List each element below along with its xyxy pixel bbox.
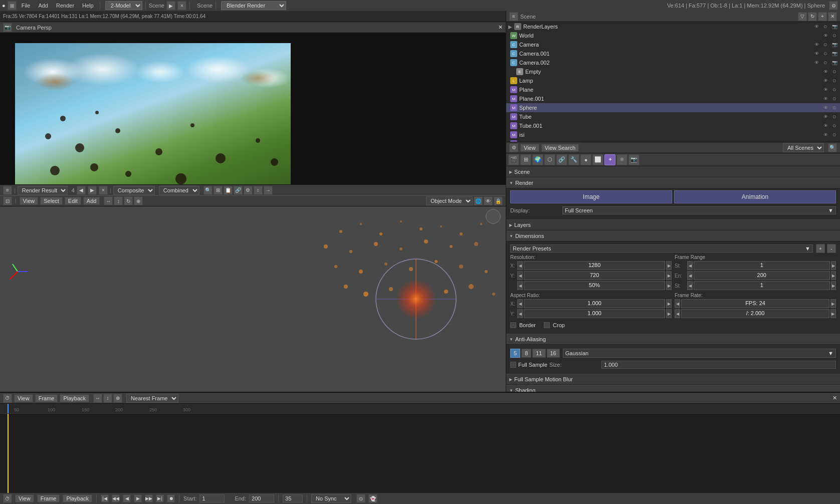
prop-renderlayers-icon[interactable]: ⊞ (520, 154, 531, 165)
ax-value[interactable]: 1.000 (524, 299, 665, 308)
start-value[interactable]: 1 (694, 261, 830, 270)
props-editor-icon[interactable]: ⚙ (509, 143, 518, 152)
lamp-vis[interactable]: 👁 (822, 77, 829, 84)
tl-tool1[interactable]: ↔ (93, 394, 102, 403)
pb-back[interactable]: ◀ (123, 494, 131, 502)
fps2-right[interactable]: ▶ (830, 309, 836, 318)
cam-sel[interactable]: ⊙ (822, 41, 829, 48)
render-opt2[interactable]: ⊞ (214, 186, 223, 195)
sph-sel[interactable]: ⊙ (831, 104, 838, 111)
tl-view-menu[interactable]: View (14, 394, 33, 402)
res-pct-value[interactable]: 50% (524, 281, 665, 290)
pln1-vis[interactable]: 👁 (822, 95, 829, 102)
sph-vis[interactable]: 👁 (822, 104, 829, 111)
aa-11[interactable]: 11 (532, 349, 545, 358)
step-value[interactable]: 1 (694, 281, 830, 290)
render-opt1[interactable]: 🔍 (203, 186, 213, 195)
pb-record[interactable]: ⏺ (167, 494, 175, 502)
end-value[interactable]: 200 (694, 271, 830, 280)
3d-view-icon[interactable]: 👁 (484, 196, 493, 205)
3d-global[interactable]: 🌐 (474, 196, 483, 205)
view-mode-selector[interactable]: 2-Model (105, 1, 142, 10)
cam-vis[interactable]: 👁 (813, 41, 820, 48)
tl-editor-icon[interactable]: ⏱ (3, 394, 12, 403)
isi-sel[interactable]: ⊙ (831, 131, 838, 138)
ax-left[interactable]: ◀ (517, 299, 523, 308)
pb-last[interactable]: ▶| (156, 494, 164, 502)
outliner-filter[interactable]: ▽ (798, 12, 807, 21)
outliner-item-plane001[interactable]: M Plane.001 👁 ⊙ (506, 94, 840, 103)
select-icon[interactable]: ⊙ (822, 23, 829, 30)
outliner-sync[interactable]: ↻ (808, 12, 817, 21)
tl-playback-menu[interactable]: Playback (60, 394, 89, 402)
menu-render[interactable]: Render (53, 2, 77, 10)
3d-add-menu[interactable]: Add (83, 197, 100, 205)
render-close-icon[interactable]: ✕ (498, 24, 503, 31)
outliner-item-tube001[interactable]: M Tube.001 👁 ⊙ (506, 121, 840, 130)
render-presets-value[interactable]: Render Presets ▼ (510, 244, 813, 253)
render-opt3[interactable]: 📋 (224, 186, 233, 195)
visibility-icon[interactable]: 👁 (813, 23, 820, 30)
slot-nav-next[interactable]: ▶ (88, 186, 97, 195)
fps-left[interactable]: ◀ (675, 299, 680, 308)
bot-keying-icon[interactable]: ⊙ (356, 494, 365, 503)
section-motion-blur[interactable]: ▶ Full Sample Motion Blur (506, 374, 840, 385)
prop-object-icon[interactable]: ⬡ (544, 154, 555, 165)
props-scenes-selector[interactable]: All Scenes (783, 143, 824, 152)
3d-tool4[interactable]: ⊕ (134, 196, 143, 205)
3d-lock-icon[interactable]: 🔒 (494, 196, 503, 205)
scene-add[interactable]: × (177, 1, 186, 10)
world-sel[interactable]: ⊙ (831, 32, 838, 39)
gaussian-selector[interactable]: Gaussian ▼ (563, 349, 836, 358)
section-render[interactable]: ▼ Render (506, 177, 840, 188)
cam-rend[interactable]: 📷 (831, 41, 838, 48)
outliner-item-camera002[interactable]: C Camera.002 👁 ⊙ 📷 (506, 58, 840, 67)
outliner-add[interactable]: + (818, 12, 827, 21)
presets-del[interactable]: - (827, 244, 836, 253)
c002-vis[interactable]: 👁 (813, 59, 820, 66)
scene-icon[interactable]: ▶ (166, 1, 175, 10)
pb-first[interactable]: |◀ (101, 494, 109, 502)
tl-tool3[interactable]: ⊕ (113, 394, 122, 403)
pb-play[interactable]: ▶ (134, 494, 142, 502)
section-aa[interactable]: ▼ Anti-Aliasing (506, 334, 840, 345)
res-x-value[interactable]: 1280 (524, 261, 665, 270)
pb-fwd[interactable]: ▶▶ (145, 494, 153, 502)
outliner-editor-icon[interactable]: ≡ (509, 12, 518, 21)
presets-add[interactable]: + (816, 244, 825, 253)
outliner-item-tube[interactable]: M Tube 👁 ⊙ (506, 112, 840, 121)
outliner-item-plane[interactable]: M Plane 👁 ⊙ (506, 85, 840, 94)
3d-select-menu[interactable]: Select (40, 197, 63, 205)
pln1-sel[interactable]: ⊙ (831, 95, 838, 102)
3d-edit-menu[interactable]: Edit (65, 197, 81, 205)
3d-object-mode[interactable]: Object Mode (426, 196, 473, 205)
ay-right[interactable]: ▶ (666, 309, 672, 318)
pln-vis[interactable]: 👁 (822, 86, 829, 93)
render-opt4[interactable]: 🔗 (234, 186, 243, 195)
size-value[interactable]: 1.000 (601, 361, 836, 369)
res-x-right[interactable]: ▶ (666, 261, 672, 270)
3d-tool3[interactable]: ↻ (124, 196, 133, 205)
menu-add[interactable]: Add (35, 2, 51, 10)
compositor-selector[interactable]: Composite (113, 186, 155, 195)
section-layers[interactable]: ▶ Layers (506, 219, 840, 230)
bot-ghost-icon[interactable]: 👻 (368, 494, 377, 503)
start-frame-input[interactable] (199, 494, 225, 502)
prop-material-icon[interactable]: ● (580, 154, 591, 165)
prop-render-icon[interactable]: 📷 (628, 154, 640, 165)
menu-help[interactable]: Help (79, 2, 97, 10)
aa-16[interactable]: 16 (547, 349, 560, 358)
fps2-left[interactable]: ◀ (675, 309, 680, 318)
outliner-item-sphere[interactable]: M Sphere 👁 ⊙ (506, 103, 840, 112)
outliner-item-lamp[interactable]: L Lamp 👁 ⊙ (506, 76, 840, 85)
res-x-left[interactable]: ◀ (517, 261, 523, 270)
res-y-value[interactable]: 720 (524, 271, 665, 280)
render-opt5[interactable]: ⚙ (244, 186, 253, 195)
info-icon[interactable]: ⚙ (829, 1, 838, 10)
outliner-item-kemuri[interactable]: M kemuri_tama 👁 ⊙ (506, 139, 840, 142)
pb-prev[interactable]: ◀◀ (112, 494, 120, 502)
props-view-menu[interactable]: View (520, 144, 539, 152)
full-sample-check[interactable] (510, 362, 516, 368)
lamp-sel[interactable]: ⊙ (831, 77, 838, 84)
step-left[interactable]: ◀ (687, 281, 692, 290)
